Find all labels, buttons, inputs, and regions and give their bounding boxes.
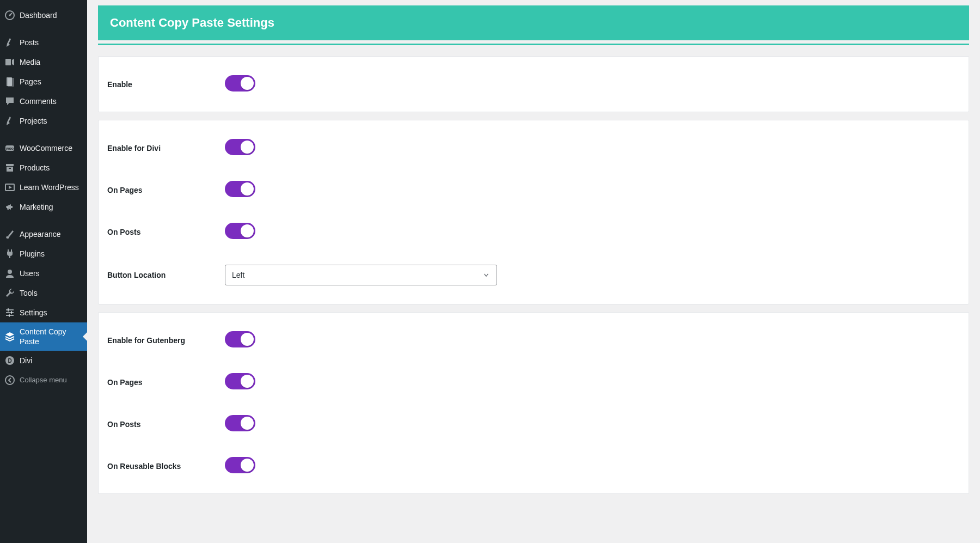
svg-rect-4 [8, 78, 14, 87]
sidebar-item-content-copy-paste[interactable]: Content Copy Paste [0, 322, 87, 351]
setting-row-on-pages: On Pages [99, 361, 969, 403]
sidebar-item-dashboard[interactable]: Dashboard [0, 5, 87, 25]
setting-control [225, 457, 960, 475]
sidebar-item-woocommerce[interactable]: wooWooCommerce [0, 138, 87, 158]
sidebar-item-pages[interactable]: Pages [0, 72, 87, 91]
setting-control [225, 415, 960, 433]
sidebar-item-label: Comments [20, 96, 83, 106]
sidebar-item-divi[interactable]: DDivi [0, 351, 87, 370]
sidebar-item-label: Projects [20, 116, 83, 126]
on-pages-toggle[interactable] [225, 181, 255, 197]
content-area: Content Copy Paste Settings EnableEnable… [87, 0, 980, 543]
setting-control [225, 331, 960, 349]
sidebar-item-label: Media [20, 57, 83, 67]
wrench-icon [4, 288, 15, 298]
svg-rect-14 [6, 312, 14, 313]
megaphone-icon [4, 202, 15, 212]
stack-icon [4, 331, 15, 342]
media-icon [4, 57, 15, 68]
svg-text:woo: woo [5, 147, 14, 150]
sidebar-item-appearance[interactable]: Appearance [0, 224, 87, 244]
pin-icon [4, 37, 15, 48]
svg-rect-16 [8, 308, 9, 312]
svg-rect-9 [9, 168, 11, 169]
collapse-menu-button[interactable]: Collapse menu [0, 370, 87, 390]
divi-icon: D [4, 355, 15, 366]
setting-control [225, 223, 960, 241]
accent-divider [98, 44, 969, 45]
sidebar-item-label: Pages [20, 77, 83, 87]
button-location-select[interactable]: Left [225, 265, 497, 285]
svg-text:D: D [8, 358, 11, 364]
dashboard-icon [4, 10, 15, 21]
sidebar-item-label: Plugins [20, 249, 83, 259]
enable-for-divi-toggle[interactable] [225, 139, 255, 155]
sidebar-item-posts[interactable]: Posts [0, 33, 87, 52]
setting-label: Enable [107, 80, 225, 89]
pin-icon [4, 115, 15, 126]
svg-rect-18 [9, 314, 10, 317]
setting-label: Button Location [107, 271, 225, 279]
setting-label: Enable for Divi [107, 144, 225, 152]
sidebar-item-settings[interactable]: Settings [0, 303, 87, 322]
page-title: Content Copy Paste Settings [110, 16, 957, 30]
sidebar-item-label: Divi [20, 356, 83, 365]
sidebar-item-products[interactable]: Products [0, 158, 87, 178]
user-icon [4, 268, 15, 279]
svg-rect-7 [6, 164, 14, 166]
sidebar-item-label: Appearance [20, 229, 83, 239]
sidebar-item-learn-wordpress[interactable]: Learn WordPress [0, 178, 87, 197]
setting-row-enable: Enable [99, 63, 969, 105]
on-posts-toggle[interactable] [225, 223, 255, 239]
enable-toggle[interactable] [225, 75, 255, 91]
setting-row-enable-for-divi: Enable for Divi [99, 127, 969, 169]
sidebar-item-media[interactable]: Media [0, 52, 87, 72]
archive-icon [4, 162, 15, 173]
settings-panel: Enable for GutenbergOn PagesOn PostsOn R… [98, 312, 969, 494]
setting-row-button-location: Button LocationLeft [99, 253, 969, 297]
page-icon [4, 76, 15, 87]
setting-row-on-posts: On Posts [99, 211, 969, 253]
svg-rect-11 [11, 206, 13, 208]
setting-label: On Posts [107, 228, 225, 236]
svg-point-12 [8, 270, 12, 274]
sidebar-item-label: WooCommerce [20, 143, 83, 153]
settings-panel: Enable for DiviOn PagesOn PostsButton Lo… [98, 120, 969, 304]
setting-label: On Posts [107, 420, 225, 429]
sidebar-item-plugins[interactable]: Plugins [0, 244, 87, 264]
setting-control: Left [225, 265, 960, 285]
setting-control [225, 181, 960, 199]
svg-rect-13 [6, 309, 14, 310]
menu-separator [0, 217, 87, 224]
svg-point-21 [5, 376, 14, 385]
sidebar-item-marketing[interactable]: Marketing [0, 197, 87, 217]
svg-rect-17 [11, 311, 12, 314]
setting-label: On Pages [107, 186, 225, 194]
woo-icon: woo [4, 143, 15, 154]
setting-row-on-reusable-blocks: On Reusable Blocks [99, 445, 969, 487]
on-posts-toggle[interactable] [225, 415, 255, 431]
comment-icon [4, 96, 15, 107]
sidebar-item-comments[interactable]: Comments [0, 91, 87, 111]
setting-control [225, 373, 960, 391]
sidebar-item-projects[interactable]: Projects [0, 111, 87, 131]
on-reusable-blocks-toggle[interactable] [225, 457, 255, 473]
enable-for-gutenberg-toggle[interactable] [225, 331, 255, 347]
menu-separator [0, 131, 87, 138]
sidebar-item-tools[interactable]: Tools [0, 283, 87, 303]
sidebar-item-users[interactable]: Users [0, 264, 87, 283]
video-icon [4, 182, 15, 193]
setting-label: Enable for Gutenberg [107, 336, 225, 345]
svg-point-1 [9, 15, 11, 16]
setting-label: On Pages [107, 378, 225, 387]
chevron-down-icon [482, 271, 490, 279]
collapse-icon [4, 375, 15, 386]
settings-panel: Enable [98, 56, 969, 112]
on-pages-toggle[interactable] [225, 373, 255, 389]
setting-label: On Reusable Blocks [107, 462, 225, 471]
sidebar-item-label: Products [20, 163, 83, 173]
sidebar-item-label: Collapse menu [20, 375, 83, 385]
brush-icon [4, 229, 15, 240]
sidebar-item-label: Users [20, 269, 83, 278]
setting-row-on-pages: On Pages [99, 169, 969, 211]
